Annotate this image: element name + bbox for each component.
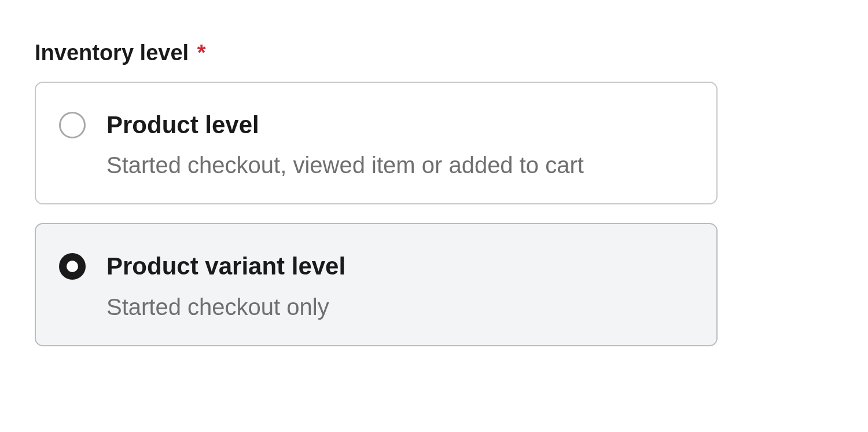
radio-option-product-variant-level[interactable]: Product variant level Started checkout o… (35, 223, 718, 346)
inventory-level-label-text: Inventory level (35, 41, 189, 65)
radio-content: Product level Started checkout, viewed i… (106, 111, 584, 180)
radio-indicator-icon (59, 112, 86, 138)
inventory-level-radio-group: Product level Started checkout, viewed i… (35, 82, 718, 346)
required-asterisk: * (197, 41, 206, 65)
radio-indicator-icon (59, 253, 86, 280)
radio-option-title: Product level (106, 111, 584, 140)
radio-option-description: Started checkout only (106, 292, 345, 322)
radio-option-description: Started checkout, viewed item or added t… (106, 150, 584, 180)
radio-content: Product variant level Started checkout o… (106, 252, 345, 321)
inventory-level-label: Inventory level * (35, 41, 833, 65)
radio-option-title: Product variant level (106, 252, 345, 281)
radio-option-product-level[interactable]: Product level Started checkout, viewed i… (35, 82, 718, 204)
